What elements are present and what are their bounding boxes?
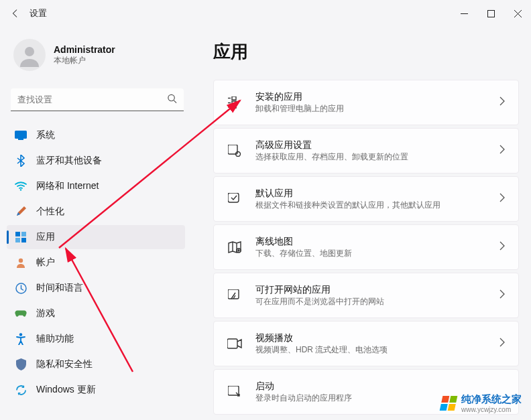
minimize-button[interactable] <box>451 0 477 27</box>
close-icon <box>514 10 522 17</box>
installed-apps-icon <box>227 95 242 110</box>
card-title: 离线地图 <box>255 235 486 247</box>
card-advanced-app-settings[interactable]: 高级应用设置 选择获取应用、存档应用、卸载更新的位置 <box>213 128 519 173</box>
sidebar-item-label: 时间和语言 <box>36 282 83 294</box>
minimize-icon <box>461 10 468 17</box>
svg-point-12 <box>19 259 23 263</box>
card-installed-apps[interactable]: 安装的应用 卸载和管理电脑上的应用 <box>213 80 519 125</box>
sidebar-item-label: 系统 <box>36 129 55 141</box>
advanced-settings-icon <box>227 143 242 158</box>
svg-rect-5 <box>15 131 27 139</box>
main-content: 应用 安装的应用 卸载和管理电脑上的应用 高级应用设置 选择获取应用、存档应用、… <box>190 27 531 420</box>
settings-cards: 安装的应用 卸载和管理电脑上的应用 高级应用设置 选择获取应用、存档应用、卸载更… <box>213 80 519 415</box>
sidebar-item-accessibility[interactable]: 辅助功能 <box>7 327 185 351</box>
sidebar-item-personalization[interactable]: 个性化 <box>7 200 185 224</box>
card-title: 默认应用 <box>255 187 486 199</box>
user-icon <box>17 43 42 67</box>
video-icon <box>227 336 242 351</box>
sidebar-item-time-language[interactable]: 时间和语言 <box>7 276 185 300</box>
card-video-playback[interactable]: 视频播放 视频调整、HDR 流式处理、电池选项 <box>213 321 519 366</box>
svg-rect-8 <box>15 232 20 236</box>
sidebar-item-label: Windows 更新 <box>36 384 96 396</box>
sidebar-item-system[interactable]: 系统 <box>7 123 185 147</box>
bluetooth-icon <box>15 155 27 167</box>
default-apps-icon <box>227 192 242 206</box>
search-icon <box>167 94 177 107</box>
card-subtitle: 选择获取应用、存档应用、卸载更新的位置 <box>255 152 486 163</box>
card-title: 高级应用设置 <box>255 139 486 151</box>
sidebar-item-network[interactable]: 网络和 Internet <box>7 174 185 198</box>
sidebar-item-windows-update[interactable]: Windows 更新 <box>7 378 185 402</box>
accessibility-icon <box>15 333 27 345</box>
svg-rect-23 <box>228 193 239 202</box>
card-title: 可打开网站的应用 <box>255 283 486 295</box>
svg-rect-6 <box>18 139 23 140</box>
close-button[interactable] <box>504 0 531 27</box>
search-input[interactable] <box>11 88 184 111</box>
card-apps-for-websites[interactable]: 可打开网站的应用 可在应用而不是浏览器中打开的网站 <box>213 273 519 318</box>
page-title: 应用 <box>213 40 519 64</box>
svg-rect-26 <box>227 339 237 348</box>
startup-icon <box>227 384 242 399</box>
back-button[interactable] <box>9 7 21 19</box>
svg-rect-11 <box>21 238 26 242</box>
sidebar-item-accounts[interactable]: 帐户 <box>7 251 185 275</box>
sidebar-item-label: 蓝牙和其他设备 <box>36 155 102 167</box>
card-subtitle: 视频调整、HDR 流式处理、电池选项 <box>255 345 486 356</box>
sidebar-item-label: 辅助功能 <box>36 333 74 345</box>
user-account-row[interactable]: Administrator 本地帐户 <box>7 33 190 76</box>
svg-rect-17 <box>232 106 236 109</box>
svg-point-14 <box>19 333 22 336</box>
sidebar-nav: 系统 蓝牙和其他设备 网络和 Internet 个性化 应用 帐户 <box>7 123 190 402</box>
arrow-left-icon <box>11 9 20 18</box>
sidebar-item-bluetooth[interactable]: 蓝牙和其他设备 <box>7 149 185 173</box>
chevron-right-icon <box>499 145 505 157</box>
system-icon <box>15 129 27 141</box>
sidebar-item-gaming[interactable]: 游戏 <box>7 301 185 326</box>
titlebar: 设置 <box>0 0 531 27</box>
sidebar-item-privacy[interactable]: 隐私和安全性 <box>7 352 185 376</box>
map-icon <box>227 240 242 255</box>
sidebar: Administrator 本地帐户 系统 蓝牙和其他设备 网络和 Intern… <box>0 27 190 420</box>
chevron-right-icon <box>499 241 505 253</box>
watermark-name: 纯净系统之家 <box>461 393 522 405</box>
card-title: 视频播放 <box>255 332 486 344</box>
card-title: 安装的应用 <box>255 90 486 102</box>
svg-rect-25 <box>228 289 239 299</box>
search-wrap <box>11 88 184 111</box>
card-subtitle: 卸载和管理电脑上的应用 <box>255 104 486 115</box>
user-subtitle: 本地帐户 <box>54 55 115 66</box>
watermark: 纯净系统之家 www.ycwjzy.com <box>441 393 522 413</box>
sidebar-item-label: 帐户 <box>36 257 55 269</box>
chevron-right-icon <box>499 193 505 205</box>
chevron-right-icon <box>499 96 505 109</box>
sidebar-item-apps[interactable]: 应用 <box>7 225 185 249</box>
sidebar-item-label: 个性化 <box>36 206 64 218</box>
svg-rect-15 <box>232 96 236 100</box>
apps-icon <box>15 231 27 243</box>
card-subtitle: 下载、存储位置、地图更新 <box>255 249 486 259</box>
account-icon <box>15 257 27 269</box>
website-app-icon <box>227 288 242 303</box>
user-name: Administrator <box>54 44 115 55</box>
card-offline-maps[interactable]: 离线地图 下载、存储位置、地图更新 <box>213 224 519 270</box>
svg-rect-9 <box>21 232 26 236</box>
maximize-button[interactable] <box>477 0 504 27</box>
window-controls <box>451 0 531 27</box>
brush-icon <box>15 206 27 218</box>
sidebar-item-label: 隐私和安全性 <box>36 358 93 370</box>
avatar <box>13 39 46 71</box>
watermark-logo-icon <box>440 396 458 411</box>
chevron-right-icon <box>499 338 505 350</box>
wifi-icon <box>15 180 27 192</box>
svg-rect-16 <box>232 101 236 104</box>
svg-rect-1 <box>487 10 494 17</box>
watermark-url: www.ycwjzy.com <box>461 406 522 413</box>
card-default-apps[interactable]: 默认应用 根据文件和链接种类设置的默认应用，其他默认应用 <box>213 176 519 222</box>
gamepad-icon <box>15 307 27 320</box>
card-title: 启动 <box>255 380 505 392</box>
sidebar-item-label: 游戏 <box>36 307 55 320</box>
svg-rect-10 <box>15 238 20 242</box>
sidebar-item-label: 应用 <box>36 231 55 243</box>
maximize-icon <box>487 10 495 17</box>
